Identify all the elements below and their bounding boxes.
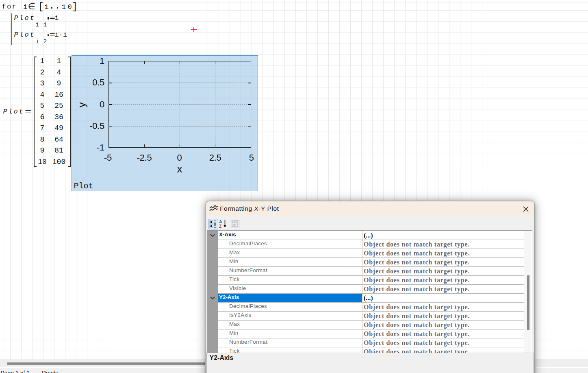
svg-text:Z: Z [219, 224, 222, 229]
